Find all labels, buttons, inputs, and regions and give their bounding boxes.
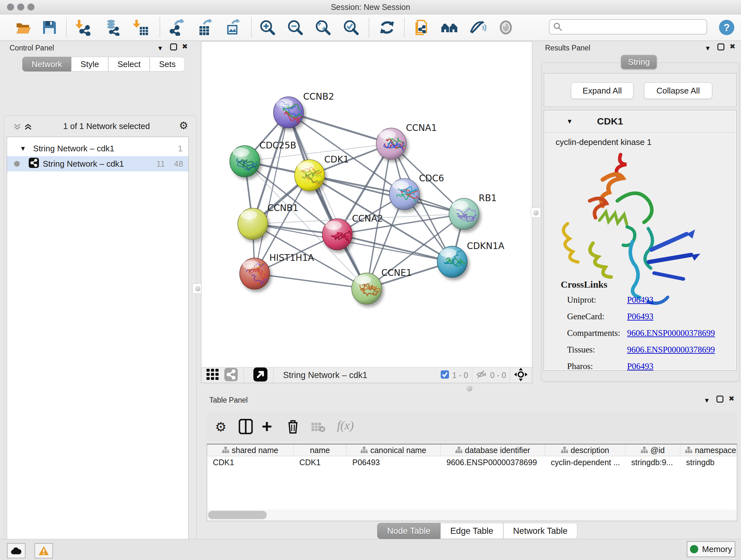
network-row-selected[interactable]: String Network – cdk1 11 48	[7, 156, 188, 172]
refresh-icon[interactable]	[379, 19, 396, 36]
node-CDK1[interactable]: CDK1	[294, 154, 349, 191]
selected-checkbox-icon[interactable]	[441, 370, 449, 380]
node-CDKN1A[interactable]: CDKN1A	[437, 241, 504, 277]
cell-name[interactable]: CDK1	[293, 456, 347, 469]
warning-status-button[interactable]	[35, 543, 53, 558]
expand-all-button[interactable]: Expand All	[571, 82, 633, 99]
close-panel-icon[interactable]: ✖	[729, 395, 734, 402]
birds-eye-pan-icon[interactable]	[514, 368, 528, 382]
close-panel-icon[interactable]: ✖	[182, 43, 188, 50]
cloud-status-button[interactable]	[7, 543, 25, 558]
node-label: CCNB1	[267, 203, 298, 213]
node-HIST1H1A[interactable]: HIST1H1A	[240, 253, 314, 289]
glass-effect-icon[interactable]	[469, 19, 486, 36]
cell-databaseidentifier[interactable]: 9606.ENSP00000378699	[441, 456, 545, 469]
column-header-databaseidentifier[interactable]: database identifier	[441, 444, 545, 456]
cell-description[interactable]: cyclin-dependent ...	[545, 456, 625, 469]
open-session-icon[interactable]	[15, 19, 32, 36]
export-table-icon[interactable]	[197, 19, 214, 36]
crosslink-link[interactable]: 9606.ENSP00000378699	[627, 328, 715, 338]
node-CDC25B[interactable]: CDC25B	[230, 140, 296, 177]
table-horizontal-scrollbar[interactable]	[207, 509, 737, 520]
clone-network-icon[interactable]	[413, 19, 430, 36]
network-collection-row[interactable]: ▼ String Network – cdk1 1	[7, 141, 188, 156]
node-details-header[interactable]: ▼ CDK1	[544, 111, 736, 132]
import-network-database-icon[interactable]	[103, 19, 120, 36]
maximize-panel-icon[interactable]	[718, 44, 724, 51]
cell-namespace[interactable]: stringdb	[680, 456, 741, 469]
open-in-window-icon[interactable]	[253, 368, 267, 383]
crosslink-link[interactable]: P06493	[627, 312, 654, 321]
show-structures-icon[interactable]	[497, 19, 515, 36]
shared-column-icon	[360, 446, 367, 455]
node-label: HIST1H1A	[269, 253, 314, 263]
network-canvas[interactable]: CCNB2CCNA1CDC25BCDK1CDC6RB1CCNB1CCNA2CDK…	[201, 42, 532, 368]
node-CCNE1[interactable]: CCNE1	[352, 267, 412, 304]
cell-id[interactable]: stringdb:9...	[625, 456, 680, 469]
column-header-id[interactable]: @id	[625, 444, 680, 456]
search-input[interactable]	[549, 19, 707, 35]
network-label: String Network – cdk1	[43, 159, 124, 169]
import-network-icon[interactable]	[74, 19, 91, 36]
export-image-icon[interactable]	[224, 19, 242, 36]
edge-HIST1H1A-CCNE1[interactable]	[255, 273, 367, 289]
collapse-all-tree-icon[interactable]	[13, 123, 21, 132]
node-CCNA1[interactable]: CCNA1	[376, 123, 437, 159]
network-view-mode-icon[interactable]	[224, 368, 238, 382]
crosslink-link[interactable]: P06493	[627, 361, 654, 371]
control-panel: Control Panel ▼ ✖ NetworkStyleSelectSets…	[0, 41, 201, 539]
table-settings-gear-icon[interactable]: ⚙	[215, 420, 226, 434]
delete-column-icon[interactable]	[286, 419, 299, 435]
collapse-all-button[interactable]: Collapse All	[644, 82, 712, 99]
zoom-selected-icon[interactable]	[342, 19, 360, 36]
control-tab-sets[interactable]: Sets	[150, 57, 185, 71]
tab-edge-table[interactable]: Edge Table	[441, 523, 503, 539]
expand-all-tree-icon[interactable]	[24, 123, 32, 132]
save-session-icon[interactable]	[41, 19, 58, 36]
scrollbar-thumb[interactable]	[208, 511, 267, 519]
zoom-out-icon[interactable]	[286, 19, 304, 36]
status-bar: Memory	[0, 539, 741, 560]
float-panel-icon[interactable]: ▼	[704, 397, 710, 403]
float-panel-icon[interactable]: ▼	[157, 45, 163, 51]
edge-CCNB2-CCNA1[interactable]	[288, 112, 391, 144]
column-header-description[interactable]: description	[545, 444, 625, 456]
zoom-fit-icon[interactable]	[314, 19, 332, 36]
column-header-namespace[interactable]: namespace	[680, 444, 741, 456]
control-tab-style[interactable]: Style	[71, 57, 108, 71]
edge-CCNB2-HIST1H1A[interactable]	[255, 112, 288, 273]
crosslink-label: GeneCard:	[567, 312, 627, 321]
column-header-canonicalname[interactable]: canonical name	[347, 444, 441, 456]
help-icon[interactable]: ?	[718, 19, 735, 36]
string-home-icon[interactable]	[441, 19, 458, 36]
crosslink-link[interactable]: 9606.ENSP00000378699	[627, 345, 715, 355]
crosslink-link[interactable]: P06493	[627, 295, 654, 305]
column-header-name[interactable]: name	[293, 444, 347, 456]
table-row[interactable]: CDK1CDK1P064939606.ENSP00000378699cyclin…	[207, 456, 737, 469]
add-column-icon[interactable]: +	[262, 418, 272, 434]
control-tab-select[interactable]: Select	[108, 57, 150, 71]
close-panel-icon[interactable]: ✖	[730, 43, 735, 50]
memory-button[interactable]: Memory	[687, 541, 735, 557]
maximize-panel-icon[interactable]	[170, 44, 177, 51]
collection-collapse-icon[interactable]: ▼	[20, 145, 26, 152]
tab-string[interactable]: String	[621, 55, 657, 69]
cell-sharedname[interactable]: CDK1	[207, 456, 293, 469]
export-network-icon[interactable]	[169, 19, 186, 36]
tab-node-table[interactable]: Node Table	[377, 523, 441, 539]
cell-canonicalname[interactable]: P06493	[347, 456, 441, 469]
tab-network-table[interactable]: Network Table	[503, 523, 578, 539]
maximize-panel-icon[interactable]	[717, 395, 724, 402]
float-panel-icon[interactable]: ▼	[704, 45, 711, 51]
network-options-gear-icon[interactable]: ⚙	[179, 119, 188, 132]
node-RB1[interactable]: RB1	[449, 193, 496, 230]
import-table-icon[interactable]	[132, 19, 149, 36]
control-tab-network[interactable]: Network	[22, 57, 71, 71]
zoom-in-icon[interactable]	[259, 19, 276, 36]
grid-view-icon[interactable]	[206, 369, 219, 381]
section-collapse-icon[interactable]: ▼	[566, 118, 573, 125]
horizontal-splitter-grip[interactable]	[467, 386, 472, 391]
column-header-sharedname[interactable]: shared name	[207, 444, 293, 456]
node-CCNB1[interactable]: CCNB1	[238, 203, 298, 240]
show-columns-icon[interactable]	[239, 419, 253, 435]
